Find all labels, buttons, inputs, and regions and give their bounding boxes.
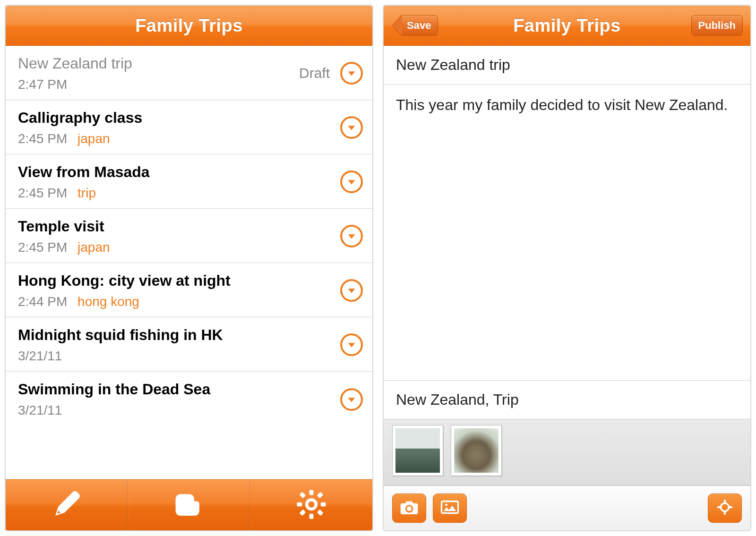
post-title: New Zealand trip <box>18 55 299 72</box>
settings-tab[interactable] <box>250 480 372 530</box>
post-title: Temple visit <box>18 218 334 235</box>
svg-rect-11 <box>724 500 726 503</box>
post-tag: hong kong <box>77 294 139 309</box>
crosshair-icon <box>715 499 734 517</box>
attachment-tray[interactable] <box>384 419 750 485</box>
save-button[interactable]: Save <box>402 15 438 36</box>
post-tag: japan <box>77 131 110 146</box>
chevron-down-icon[interactable] <box>340 333 363 356</box>
post-meta: 3/21/11 <box>18 403 334 418</box>
post-time: 2:44 PM <box>18 294 67 309</box>
svg-rect-0 <box>309 490 314 495</box>
tags-field[interactable]: New Zealand, Trip <box>384 381 750 419</box>
compose-tab[interactable] <box>6 480 128 530</box>
chevron-down-icon[interactable] <box>340 62 363 85</box>
post-meta: 3/21/11 <box>18 349 334 364</box>
camera-icon <box>400 499 419 517</box>
svg-rect-2 <box>297 502 302 506</box>
post-title: View from Masada <box>18 163 334 181</box>
post-time: 3/21/11 <box>18 349 62 363</box>
svg-rect-13 <box>717 506 721 508</box>
post-meta: 2:45 PM japan <box>18 240 334 255</box>
post-tag: trip <box>77 186 96 200</box>
publish-button-label: Publish <box>698 19 736 31</box>
chevron-down-icon[interactable] <box>340 116 363 139</box>
posts-list-screen: Family Trips New Zealand trip 2:47 PM Dr… <box>5 5 373 531</box>
blogger-icon <box>172 488 206 523</box>
list-item[interactable]: New Zealand trip 2:47 PM Draft <box>6 46 372 100</box>
list-item[interactable]: Midnight squid fishing in HK 3/21/11 <box>6 317 372 372</box>
editor-body: New Zealand trip This year my family dec… <box>384 46 750 530</box>
header-bar: Family Trips <box>6 6 372 46</box>
list-item[interactable]: View from Masada 2:45 PM trip <box>6 154 372 209</box>
post-time: 2:45 PM <box>18 131 67 146</box>
post-time: 2:45 PM <box>18 186 67 200</box>
svg-point-9 <box>445 504 447 506</box>
svg-point-10 <box>721 503 729 511</box>
blogger-tab[interactable] <box>128 480 250 530</box>
header-bar: Save Family Trips Publish <box>384 6 750 46</box>
svg-rect-14 <box>729 506 732 508</box>
chevron-down-icon[interactable] <box>340 388 363 411</box>
photo-thumbnail[interactable] <box>451 425 502 476</box>
gear-icon <box>295 488 328 523</box>
list-item[interactable]: Hong Kong: city view at night 2:44 PM ho… <box>6 263 372 317</box>
svg-rect-3 <box>321 502 326 506</box>
chevron-down-icon[interactable] <box>340 279 363 302</box>
title-field[interactable]: New Zealand trip <box>384 46 750 85</box>
chevron-down-icon[interactable] <box>340 225 363 247</box>
post-title: Calligraphy class <box>18 109 334 127</box>
page-title: Family Trips <box>135 16 243 36</box>
bottom-nav <box>6 479 372 530</box>
svg-rect-12 <box>724 511 726 515</box>
list-item[interactable]: Swimming in the Dead Sea 3/21/11 <box>6 372 372 426</box>
post-time: 2:45 PM <box>18 240 67 255</box>
camera-button[interactable] <box>392 493 426 523</box>
post-time: 3/21/11 <box>18 403 62 417</box>
post-meta: 2:45 PM japan <box>18 131 334 146</box>
post-meta: 2:47 PM <box>18 77 299 92</box>
list-item[interactable]: Temple visit 2:45 PM japan <box>6 209 372 263</box>
post-editor-screen: Save Family Trips Publish New Zealand tr… <box>383 5 751 531</box>
location-button[interactable] <box>708 493 742 523</box>
post-meta: 2:45 PM trip <box>18 186 334 201</box>
post-meta: 2:44 PM hong kong <box>18 294 334 309</box>
post-title: Midnight squid fishing in HK <box>18 326 334 344</box>
post-tag: japan <box>77 240 110 255</box>
page-title: Family Trips <box>513 16 621 36</box>
body-field[interactable]: This year my family decided to visit New… <box>384 85 750 381</box>
editor-toolbar <box>384 485 750 530</box>
post-title: Hong Kong: city view at night <box>18 272 334 289</box>
list-item[interactable]: Calligraphy class 2:45 PM japan <box>6 100 372 154</box>
svg-rect-8 <box>442 502 458 513</box>
posts-list[interactable]: New Zealand trip 2:47 PM Draft Calligrap… <box>6 46 372 479</box>
chevron-down-icon[interactable] <box>340 170 363 193</box>
save-button-label: Save <box>407 19 431 31</box>
pencil-icon <box>50 488 83 523</box>
publish-button[interactable]: Publish <box>691 15 743 36</box>
gallery-button[interactable] <box>433 493 467 523</box>
svg-rect-1 <box>309 513 314 519</box>
post-time: 2:47 PM <box>18 77 67 92</box>
status-badge: Draft <box>299 65 330 81</box>
image-icon <box>440 499 459 517</box>
photo-thumbnail[interactable] <box>392 425 443 476</box>
post-title: Swimming in the Dead Sea <box>18 381 334 398</box>
